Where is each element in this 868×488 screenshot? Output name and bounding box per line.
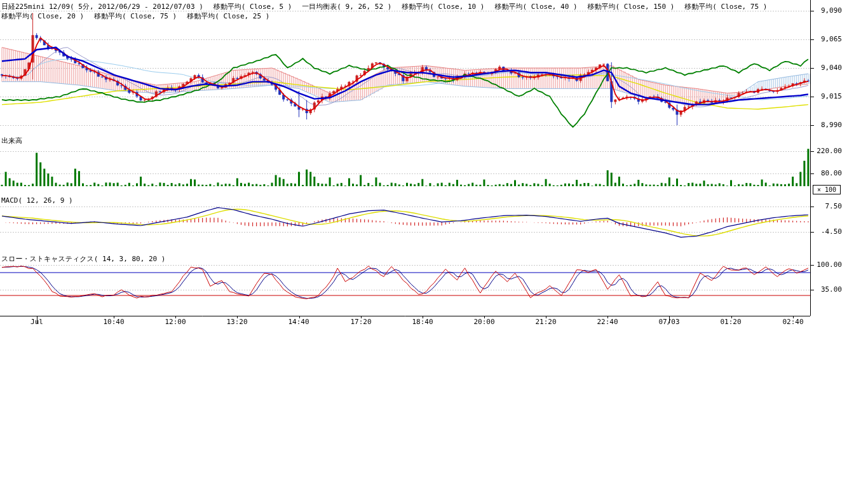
time-axis-label: 01:20 — [718, 318, 743, 326]
time-axis-label: 12:00 — [163, 318, 188, 326]
volume-pane-title: 出来高 — [1, 137, 22, 145]
legend-item-ichimoku: 一目均衡表( 9, 26, 52 ) — [302, 3, 391, 11]
chart-window: 日経225mini 12/09( 5分, 2012/06/29 - 2012/0… — [0, 0, 868, 488]
time-axis-label: 14:40 — [286, 318, 311, 326]
macd-axis-label: 7.50 — [813, 202, 842, 210]
price-axis-label: 9,065 — [813, 35, 842, 43]
price-axis-label: 9,090 — [813, 6, 842, 15]
volume-axis-label: 80.00 — [813, 169, 842, 177]
legend-item-ma150: 移動平均( Close, 150 ) — [588, 3, 675, 11]
legend-item-ma20: 移動平均( Close, 20 ) — [1, 12, 84, 21]
time-axis-label: 07/03 — [656, 318, 682, 326]
legend-item-ma75: 移動平均( Close, 75 ) — [684, 3, 767, 11]
legend-item-ma25: 移動平均( Close, 25 ) — [187, 12, 269, 21]
volume-axis-label: 220.00 — [813, 147, 842, 155]
chart-legend-row1: 日経225mini 12/09( 5分, 2012/06/29 - 2012/0… — [1, 3, 767, 11]
price-axis-label: 9,015 — [813, 92, 842, 100]
time-axis-label: 21:20 — [533, 318, 559, 326]
time-axis-label: 18:40 — [410, 318, 435, 326]
time-axis-label: 20:00 — [471, 318, 497, 326]
chart-legend-row2: 移動平均( Close, 20 ) 移動平均( Close, 75 ) 移動平均… — [1, 12, 269, 21]
price-chart-canvas[interactable] — [0, 0, 868, 330]
legend-item-ma75b: 移動平均( Close, 75 ) — [94, 12, 177, 21]
stoch-axis-label: 35.00 — [813, 285, 842, 294]
legend-item-ma40: 移動平均( Close, 40 ) — [494, 3, 577, 11]
legend-item-ma10: 移動平均( Close, 10 ) — [402, 3, 484, 11]
time-axis-label: 02:40 — [780, 318, 806, 326]
macd-pane-title: MACD( 12, 26, 9 ) — [1, 196, 73, 205]
time-axis-label: 17:20 — [348, 318, 374, 326]
time-axis-label: 22:40 — [595, 318, 620, 326]
macd-axis-label: -4.50 — [813, 227, 842, 236]
legend-item-instrument: 日経225mini 12/09( 5分, 2012/06/29 - 2012/0… — [1, 3, 203, 11]
stoch-axis-label: 100.00 — [813, 261, 842, 269]
volume-scale-badge: × 100 — [813, 185, 841, 194]
stoch-pane-title: スロー・ストキャスティクス( 14, 3, 80, 20 ) — [1, 255, 165, 263]
legend-item-ma5: 移動平均( Close, 5 ) — [214, 3, 292, 11]
price-axis-label: 9,040 — [813, 64, 842, 72]
time-axis-label: Jul — [24, 318, 50, 326]
time-axis-label: 13:20 — [224, 318, 250, 326]
time-axis-label: 10:40 — [101, 318, 126, 326]
price-axis-label: 8,990 — [813, 121, 842, 129]
